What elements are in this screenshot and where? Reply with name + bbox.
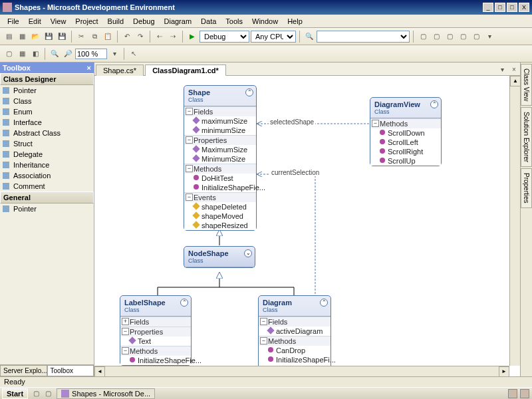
class-nodeshape[interactable]: NodeShapeClass⌄ — [184, 246, 255, 268]
maximize-button[interactable]: □ — [507, 3, 517, 12]
event-shapemoved[interactable]: shapeMoved — [184, 211, 256, 221]
config-combo[interactable]: Debug — [200, 31, 249, 43]
quicklaunch-icon[interactable]: ▢ — [30, 388, 42, 400]
method-initshapefields[interactable]: InitializeShapeFie... — [184, 183, 256, 192]
collapse-icon[interactable]: ⌃ — [180, 299, 188, 307]
toolbox-cat-general[interactable]: General — [0, 192, 94, 203]
zoom-input[interactable] — [75, 49, 107, 59]
class-labelshape[interactable]: LabelShapeClass⌃ Fields Properties Text … — [120, 295, 192, 366]
layout-icon[interactable]: ◧ — [29, 48, 41, 60]
menu-window[interactable]: Window — [247, 16, 283, 27]
field-minimumsize[interactable]: minimumSize — [184, 126, 256, 135]
toolbox-item-abstract-class[interactable]: Abstract Class — [0, 128, 94, 138]
zoom-fit-icon[interactable]: ▢ — [3, 48, 15, 60]
h-scrollbar[interactable]: ◄ ► — [94, 366, 509, 376]
find-combo[interactable] — [317, 31, 410, 43]
prop-text[interactable]: Text — [120, 336, 191, 346]
collapse-icon[interactable]: ⌃ — [430, 100, 438, 108]
restore-button[interactable]: □ — [495, 3, 505, 12]
find-icon[interactable]: 🔍 — [303, 31, 315, 43]
menu-view[interactable]: View — [46, 16, 71, 27]
tab-dropdown-icon[interactable]: ▾ — [496, 63, 508, 75]
platform-combo[interactable]: Any CPU — [251, 31, 296, 43]
e-icon[interactable]: ▢ — [470, 31, 482, 43]
field-maximumsize[interactable]: maximumSize — [184, 116, 256, 126]
panel-properties[interactable]: Properties — [521, 168, 532, 208]
scroll-right-icon[interactable]: ► — [499, 366, 509, 377]
toolbox-cat-class-designer[interactable]: Class Designer — [0, 73, 94, 85]
toolbox-item-delegate[interactable]: Delegate — [0, 149, 94, 160]
start-debug-icon[interactable]: ▶ — [186, 31, 198, 43]
tray-icon[interactable] — [520, 389, 529, 398]
section-fields[interactable]: Fields — [259, 317, 331, 327]
method-initshapefields[interactable]: InitializeShapeFi... — [259, 355, 331, 364]
tray-icon[interactable] — [508, 389, 517, 398]
toolbox-item-pointer[interactable]: Pointer — [0, 85, 94, 96]
cut-icon[interactable]: ✂ — [75, 31, 87, 43]
menu-help[interactable]: Help — [283, 16, 307, 27]
toolbox-item-enum[interactable]: Enum — [0, 106, 94, 117]
tab-server-explorer[interactable]: Server Explo... — [0, 365, 47, 376]
menu-debug[interactable]: Debug — [128, 16, 159, 27]
diagram-canvas[interactable]: selectedShape currentSelection ShapeClas… — [94, 76, 520, 376]
close-button[interactable]: X — [519, 3, 529, 12]
toolbox-item-association[interactable]: Association — [0, 170, 94, 181]
panel-class-view[interactable]: Class View — [521, 64, 532, 106]
zoom-dropdown-icon[interactable]: ▾ — [108, 48, 120, 60]
nav-back-icon[interactable]: ⇠ — [154, 31, 166, 43]
menu-data[interactable]: Data — [196, 16, 221, 27]
menu-build[interactable]: Build — [103, 16, 128, 27]
save-all-icon[interactable]: 💾 — [56, 31, 68, 43]
tab-close-icon[interactable]: × — [508, 63, 520, 75]
taskbar-app-button[interactable]: Shapes - Microsoft De... — [57, 388, 155, 399]
toolbox-close-icon[interactable]: × — [87, 64, 91, 72]
d-icon[interactable]: ▢ — [457, 31, 469, 43]
toolbox-item-class[interactable]: Class — [0, 96, 94, 106]
v-scrollbar[interactable]: ▲ — [509, 76, 520, 366]
method-scrollup[interactable]: ScrollUp — [370, 156, 441, 166]
b-icon[interactable]: ▢ — [430, 31, 442, 43]
section-methods[interactable]: Methods — [259, 336, 331, 346]
undo-icon[interactable]: ↶ — [121, 31, 133, 43]
zoom-in-icon[interactable]: 🔍 — [49, 48, 61, 60]
copy-icon[interactable]: ⧉ — [88, 31, 100, 43]
collapse-icon[interactable]: ⌄ — [244, 249, 252, 257]
menu-project[interactable]: Project — [70, 16, 102, 27]
toolbox-item-pointer-2[interactable]: Pointer — [0, 203, 94, 214]
collapse-icon[interactable]: ⌃ — [245, 88, 253, 96]
prop-minimumsize[interactable]: MinimumSize — [184, 154, 256, 164]
method-scrolldown[interactable]: ScrollDown — [370, 128, 441, 138]
menu-diagram[interactable]: Diagram — [160, 16, 197, 27]
menu-tools[interactable]: Tools — [221, 16, 247, 27]
menu-edit[interactable]: Edit — [24, 16, 46, 27]
class-diagram[interactable]: DiagramClass⌃ Fields activeDiagram Metho… — [258, 295, 331, 374]
add-item-icon[interactable]: ▦ — [16, 31, 28, 43]
prop-maximumsize[interactable]: MaximumSize — [184, 145, 256, 154]
menu-file[interactable]: File — [3, 16, 24, 27]
section-methods[interactable]: Methods — [370, 118, 441, 128]
collapse-icon[interactable]: ⌃ — [320, 299, 328, 307]
class-diagramview[interactable]: DiagramViewClass⌃ Methods ScrollDown Scr… — [370, 97, 442, 166]
scroll-up-icon[interactable]: ▲ — [510, 76, 521, 86]
save-icon[interactable]: 💾 — [43, 31, 55, 43]
method-initshapefields[interactable]: InitializeShapeFie... — [120, 356, 191, 365]
nav-fwd-icon[interactable]: ⇢ — [167, 31, 179, 43]
class-shape[interactable]: ShapeClass⌃ Fields maximumSize minimumSi… — [184, 85, 257, 231]
method-dohittest[interactable]: DoHitTest — [184, 174, 256, 183]
toolbox-item-comment[interactable]: Comment — [0, 181, 94, 192]
method-candrop[interactable]: CanDrop — [259, 346, 331, 355]
toolbox-item-interface[interactable]: Interface — [0, 117, 94, 128]
section-fields[interactable]: Fields — [184, 106, 256, 116]
new-project-icon[interactable]: ▤ — [3, 31, 15, 43]
zoom-out-icon[interactable]: 🔎 — [62, 48, 74, 60]
toolbox-item-struct[interactable]: Struct — [0, 138, 94, 149]
paste-icon[interactable]: 📋 — [102, 31, 114, 43]
grid-icon[interactable]: ▦ — [16, 48, 28, 60]
section-properties[interactable]: Properties — [120, 327, 191, 336]
method-scrollright[interactable]: ScrollRight — [370, 147, 441, 156]
a-icon[interactable]: ▢ — [417, 31, 429, 43]
event-shaperesized[interactable]: shapeResized — [184, 221, 256, 230]
section-methods[interactable]: Methods — [184, 164, 256, 174]
event-shapedeleted[interactable]: shapeDeleted — [184, 202, 256, 211]
tab-classdiagram[interactable]: ClassDiagram1.cd* — [145, 65, 226, 76]
